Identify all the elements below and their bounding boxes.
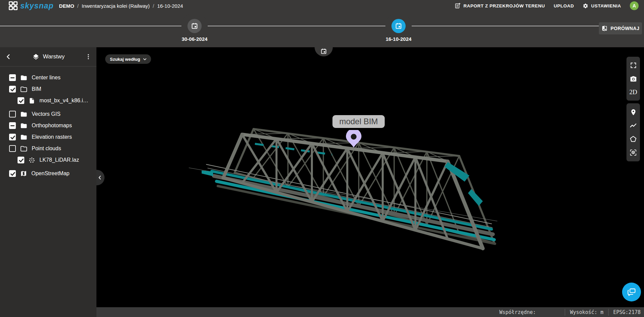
measure-area-button[interactable] <box>626 132 640 146</box>
logo[interactable]: skysnap <box>9 1 54 10</box>
epsg-code: EPSG:2178 <box>608 309 644 316</box>
location-pin-icon <box>630 109 637 116</box>
chevron-left-icon <box>97 175 103 180</box>
chevron-left-icon[interactable] <box>5 53 12 60</box>
layer-row-most-bx[interactable]: most_bx_v4_k86.i… <box>0 95 96 106</box>
report-document-icon <box>455 3 461 9</box>
coordinates-readout: Współrzędne: <box>495 309 565 316</box>
breadcrumb: DEMO / Inwentaryzacja kolei (Railway) / … <box>59 3 183 9</box>
folder-icon <box>20 111 27 118</box>
fullscreen-icon <box>630 62 637 69</box>
folder-icon <box>20 122 27 129</box>
timeline-date-label-2[interactable]: 16-10-2024 <box>378 36 419 42</box>
camera-icon <box>630 75 637 82</box>
mode-2d-button[interactable]: 2D <box>626 85 640 99</box>
layer-row-lk78-lidar[interactable]: LK78_LiDAR.laz <box>0 154 96 166</box>
checkbox-orthophotomaps[interactable] <box>9 122 16 129</box>
model-bim-label[interactable]: model BIM <box>332 115 385 128</box>
pentagon-icon <box>630 135 637 143</box>
chat-button[interactable] <box>622 283 641 301</box>
layer-row-vectors-gis[interactable]: Vectors GIS <box>0 108 96 120</box>
fullscreen-button[interactable] <box>626 58 640 72</box>
measure-toolbar <box>626 103 640 161</box>
compare-button[interactable]: PORÓWNAJ <box>599 22 642 34</box>
calendar-icon <box>191 22 198 30</box>
brand-name: skysnap <box>20 1 54 10</box>
folder-open-icon <box>20 145 27 152</box>
checkbox-most-bx[interactable] <box>18 97 24 104</box>
breadcrumb-date[interactable]: 16-10-2024 <box>157 3 183 9</box>
settings-button[interactable]: USTAWIENIA <box>583 3 621 9</box>
status-bar: Współrzędne: Wysokość: m EPSG:2178 <box>96 307 644 317</box>
checkbox-elevation-rasters[interactable] <box>9 134 16 140</box>
add-point-button[interactable] <box>626 105 640 119</box>
calendar-icon <box>320 48 327 55</box>
user-avatar[interactable]: A <box>630 1 639 10</box>
bim-bridge-model[interactable] <box>96 47 644 317</box>
checkbox-lk78-lidar[interactable] <box>18 157 24 163</box>
app-header: skysnap DEMO / Inwentaryzacja kolei (Rai… <box>0 0 644 11</box>
divider <box>0 66 96 67</box>
layers-sidebar: Warstwy Center lines BIM most_bx_v4_k86.… <box>0 47 96 317</box>
gear-icon <box>583 3 588 9</box>
skysnap-logo-icon <box>9 1 18 10</box>
folder-icon <box>20 74 27 81</box>
point-cloud-icon <box>29 157 35 163</box>
checkbox-openstreetmap[interactable] <box>9 170 16 177</box>
layer-row-elevation-rasters[interactable]: Elevation rasters <box>0 131 96 143</box>
screenshot-button[interactable] <box>626 72 640 85</box>
measure-line-button[interactable] <box>626 119 640 132</box>
cube-scan-icon <box>630 149 637 156</box>
layer-row-openstreetmap[interactable]: OpenStreetMap <box>0 168 96 179</box>
timeline-marker-2: 16-10-2024 <box>378 11 419 42</box>
search-by-dropdown[interactable]: Szukaj według <box>105 54 151 64</box>
layer-row-point-clouds[interactable]: Point clouds <box>0 143 96 154</box>
compare-icon <box>602 25 608 31</box>
folder-open-icon <box>20 86 27 93</box>
timeline-date-button-1[interactable] <box>187 19 202 33</box>
timeline-date-button-2[interactable] <box>391 19 406 33</box>
timeline-date-label-1[interactable]: 30-06-2024 <box>174 36 215 42</box>
layer-row-orthophotomaps[interactable]: Orthophotomaps <box>0 120 96 131</box>
clip-3d-button[interactable] <box>626 146 640 159</box>
breadcrumb-dataset[interactable]: Inwentaryzacja kolei (Railway) <box>82 3 150 9</box>
timeline-line <box>0 26 599 26</box>
calendar-icon <box>395 22 402 30</box>
map-pin-icon[interactable] <box>344 130 364 149</box>
map-icon <box>20 170 27 177</box>
layer-row-center-lines[interactable]: Center lines <box>0 72 96 83</box>
kebab-menu-icon[interactable] <box>85 53 92 60</box>
map-3d-viewport[interactable]: Szukaj według model BIM <box>96 47 644 317</box>
timeline-bar: 30-06-2024 16-10-2024 PORÓWNAJ <box>0 11 644 47</box>
polyline-icon <box>630 122 637 129</box>
view-toolbar: 2D <box>626 57 640 101</box>
layers-icon <box>32 53 39 60</box>
upload-button[interactable]: UPLOAD <box>554 3 574 8</box>
chevron-down-icon <box>143 57 147 61</box>
checkbox-vectors-gis[interactable] <box>9 111 16 117</box>
checkbox-point-clouds[interactable] <box>9 145 16 152</box>
sidebar-title: Warstwy <box>43 53 65 60</box>
timeline-marker-1: 30-06-2024 <box>174 11 215 42</box>
report-button[interactable]: RAPORT Z PRZEKROJÓW TERENU <box>455 3 545 9</box>
checkbox-center-lines[interactable] <box>9 74 16 81</box>
file-icon <box>29 98 35 104</box>
folder-icon <box>20 134 27 141</box>
chat-bubbles-icon <box>627 287 636 297</box>
checkbox-bim[interactable] <box>9 86 16 93</box>
layer-row-bim[interactable]: BIM <box>0 83 96 95</box>
breadcrumb-project[interactable]: DEMO <box>59 3 74 9</box>
height-readout: Wysokość: m <box>565 309 608 316</box>
